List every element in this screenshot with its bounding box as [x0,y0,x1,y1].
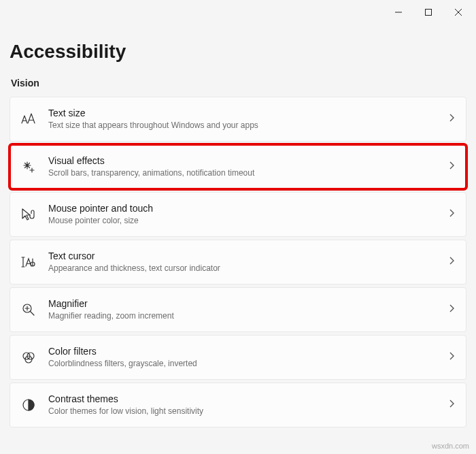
item-text: Contrast themes Color themes for low vis… [48,393,443,417]
maximize-button[interactable] [413,2,443,22]
item-subtitle: Mouse pointer color, size [48,215,443,227]
contrast-icon [20,396,37,414]
sparkle-icon [20,158,37,176]
section-label-vision: Vision [11,78,466,88]
watermark: wsxdn.com [432,442,469,450]
item-subtitle: Color themes for low vision, light sensi… [48,406,443,417]
mouse-pointer-icon [20,206,37,223]
item-title: Magnifier [48,297,443,310]
chevron-right-icon [448,208,455,221]
item-text: Mouse pointer and touch Mouse pointer co… [48,202,443,227]
item-title: Text size [48,107,443,119]
item-magnifier[interactable]: Magnifier Magnifier reading, zoom increm… [10,287,466,332]
item-text-size[interactable]: Text size Text size that appears through… [10,97,466,142]
item-title: Text cursor [48,250,443,262]
item-title: Visual effects [48,155,443,167]
svg-rect-1 [426,10,432,16]
item-color-filters[interactable]: Color filters Colorblindness filters, gr… [10,335,466,380]
item-title: Contrast themes [48,393,443,405]
item-text: Visual effects Scroll bars, transparency… [48,155,443,179]
chevron-right-icon [448,351,455,363]
item-text: Text cursor Appearance and thickness, te… [48,250,443,274]
close-button[interactable] [443,2,473,22]
text-cursor-icon [20,253,37,271]
text-size-icon [20,110,37,128]
item-subtitle: Colorblindness filters, grayscale, inver… [48,358,443,370]
item-subtitle: Magnifier reading, zoom increment [48,310,443,322]
magnifier-icon [20,301,37,319]
chevron-right-icon [448,399,455,411]
chevron-right-icon [448,161,455,173]
item-text: Text size Text size that appears through… [48,107,443,131]
chevron-right-icon [448,256,455,268]
item-text: Magnifier Magnifier reading, zoom increm… [48,297,443,322]
item-subtitle: Scroll bars, transparency, animations, n… [48,167,443,179]
chevron-right-icon [448,304,455,316]
item-mouse-pointer[interactable]: Mouse pointer and touch Mouse pointer co… [10,192,466,237]
item-title: Color filters [48,345,443,357]
item-text-cursor[interactable]: Text cursor Appearance and thickness, te… [10,240,466,285]
page-content: Accessibility Vision Text size Text size… [0,41,476,427]
chevron-right-icon [448,113,455,125]
item-text: Color filters Colorblindness filters, gr… [48,345,443,370]
item-subtitle: Text size that appears throughout Window… [48,120,443,131]
item-visual-effects[interactable]: Visual effects Scroll bars, transparency… [10,144,466,189]
item-contrast-themes[interactable]: Contrast themes Color themes for low vis… [10,383,466,427]
title-bar [0,0,476,25]
color-filters-icon [20,348,37,366]
page-title: Accessibility [10,41,466,63]
item-title: Mouse pointer and touch [48,202,443,214]
item-subtitle: Appearance and thickness, text cursor in… [48,263,443,274]
minimize-button[interactable] [384,2,413,22]
